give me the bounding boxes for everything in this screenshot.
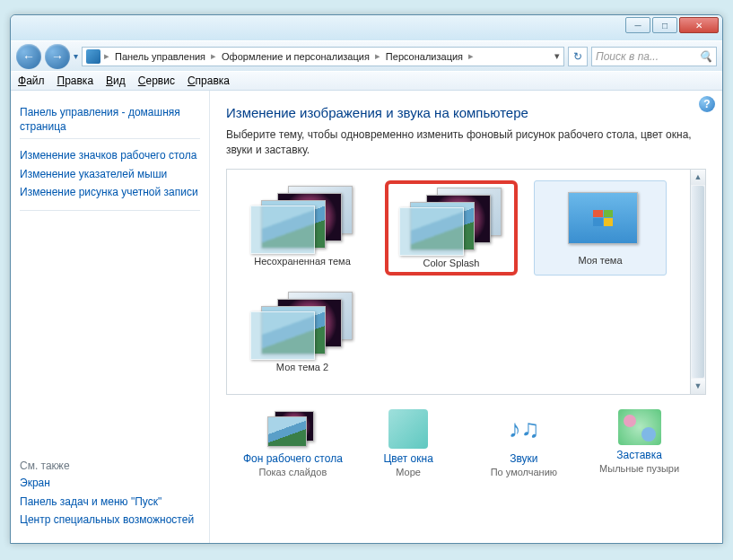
- theme-thumbnail: [397, 188, 505, 252]
- seealso-taskbar[interactable]: Панель задач и меню "Пуск": [20, 495, 200, 510]
- sidebar-tasks: Изменение значков рабочего стола Изменен…: [20, 138, 200, 211]
- seealso-heading: См. также: [20, 459, 200, 472]
- sidebar-link-account-picture[interactable]: Изменение рисунка учетной записи: [20, 186, 200, 200]
- theme-item-my-theme-2[interactable]: Моя тема 2: [236, 286, 369, 378]
- sidebar-link-mouse-pointers[interactable]: Изменение указателей мыши: [20, 168, 200, 182]
- control-panel-icon: [86, 49, 100, 64]
- theme-thumbnail: [546, 185, 654, 249]
- setting-value: По умолчанию: [491, 467, 557, 477]
- seealso-ease-of-access[interactable]: Центр специальных возможностей: [20, 513, 200, 528]
- breadcrumb-separator-icon: ▸: [467, 50, 476, 62]
- setting-desktop-background[interactable]: Фон рабочего стола Показ слайдов: [239, 409, 346, 477]
- scroll-thumb[interactable]: [692, 186, 704, 378]
- themes-list: Несохраненная тема Color Splash Моя тема: [226, 169, 706, 395]
- page-title: Изменение изображения и звука на компьют…: [226, 105, 706, 120]
- setting-value: Показ слайдов: [259, 467, 327, 477]
- body-area: Панель управления - домашняя страница Из…: [11, 91, 722, 543]
- menu-tools[interactable]: Сервис: [138, 74, 175, 87]
- themes-scrollbar[interactable]: ▲ ▼: [690, 170, 705, 394]
- content-pane: ? Изменение изображения и звука на компь…: [210, 91, 722, 543]
- setting-window-color[interactable]: Цвет окна Море: [354, 409, 462, 477]
- sidebar-link-desktop-icons[interactable]: Изменение значков рабочего стола: [20, 149, 200, 163]
- theme-thumbnail: [249, 292, 356, 356]
- setting-link: Фон рабочего стола: [243, 452, 343, 465]
- address-dropdown-icon[interactable]: ▾: [554, 50, 560, 62]
- search-placeholder: Поиск в па...: [596, 50, 659, 63]
- setting-link: Цвет окна: [383, 452, 432, 465]
- explorer-window: ─ □ ✕ ← → ▾ ▸ Панель управления ▸ Оформл…: [10, 14, 723, 544]
- breadcrumb-separator-icon: ▸: [209, 50, 218, 62]
- theme-grid: Несохраненная тема Color Splash Моя тема: [227, 170, 705, 389]
- sidebar: Панель управления - домашняя страница Из…: [11, 91, 210, 543]
- breadcrumb-separator-icon: ▸: [102, 50, 111, 62]
- sidebar-home-link[interactable]: Панель управления - домашняя страница: [20, 106, 200, 134]
- sounds-icon: ♪♫: [499, 409, 549, 449]
- forward-button[interactable]: →: [45, 44, 70, 69]
- theme-thumbnail: [249, 186, 356, 250]
- menu-help[interactable]: Справка: [188, 74, 230, 87]
- scroll-down-icon[interactable]: ▼: [691, 379, 705, 394]
- minimize-button[interactable]: ─: [625, 17, 650, 33]
- theme-label: Моя тема: [538, 255, 662, 266]
- setting-value: Море: [396, 467, 421, 477]
- search-icon: 🔍: [699, 50, 712, 63]
- theme-item-color-splash[interactable]: Color Splash: [385, 180, 518, 276]
- seealso-display[interactable]: Экран: [20, 477, 200, 491]
- maximize-button[interactable]: □: [652, 17, 677, 33]
- menu-view[interactable]: Вид: [106, 74, 126, 87]
- screensaver-icon: [618, 409, 661, 445]
- menu-bar: Файл Правка Вид Сервис Справка: [11, 71, 722, 91]
- setting-sounds[interactable]: ♪♫ Звуки По умолчанию: [470, 409, 578, 477]
- navigation-bar: ← → ▾ ▸ Панель управления ▸ Оформление и…: [11, 40, 722, 71]
- close-button[interactable]: ✕: [679, 17, 719, 33]
- setting-link: Звуки: [510, 452, 537, 465]
- setting-link: Заставка: [616, 449, 662, 461]
- titlebar[interactable]: ─ □ ✕: [11, 15, 722, 40]
- setting-screensaver[interactable]: Заставка Мыльные пузыри: [586, 409, 694, 477]
- menu-file[interactable]: Файл: [18, 74, 45, 87]
- settings-row: Фон рабочего стола Показ слайдов Цвет ок…: [226, 409, 706, 477]
- theme-label: Несохраненная тема: [241, 256, 363, 267]
- sidebar-seealso: См. также Экран Панель задач и меню "Пус…: [20, 459, 200, 532]
- theme-label: Color Splash: [392, 258, 510, 268]
- theme-label: Моя тема 2: [241, 362, 363, 372]
- back-button[interactable]: ←: [16, 44, 41, 69]
- breadcrumb-seg-personalization[interactable]: Персонализация: [384, 51, 465, 62]
- window-color-icon: [388, 409, 428, 449]
- theme-item-unsaved[interactable]: Несохраненная тема: [236, 180, 369, 276]
- search-input[interactable]: Поиск в па... 🔍: [591, 47, 717, 66]
- theme-item-my-theme[interactable]: Моя тема: [534, 180, 667, 276]
- breadcrumb-separator-icon: ▸: [373, 50, 382, 62]
- help-icon[interactable]: ?: [699, 96, 715, 112]
- address-bar[interactable]: ▸ Панель управления ▸ Оформление и персо…: [82, 47, 564, 66]
- scroll-up-icon[interactable]: ▲: [691, 170, 705, 185]
- setting-value: Мыльные пузыри: [599, 463, 679, 474]
- breadcrumb-seg-control-panel[interactable]: Панель управления: [113, 51, 207, 62]
- history-dropdown-icon[interactable]: ▾: [74, 51, 78, 61]
- window-buttons: ─ □ ✕: [625, 17, 719, 33]
- menu-edit[interactable]: Правка: [57, 74, 94, 87]
- page-description: Выберите тему, чтобы одновременно измени…: [226, 127, 706, 158]
- breadcrumb-seg-appearance[interactable]: Оформление и персонализация: [220, 51, 371, 62]
- refresh-button[interactable]: ↻: [568, 47, 588, 66]
- desktop-background-icon: [267, 409, 318, 449]
